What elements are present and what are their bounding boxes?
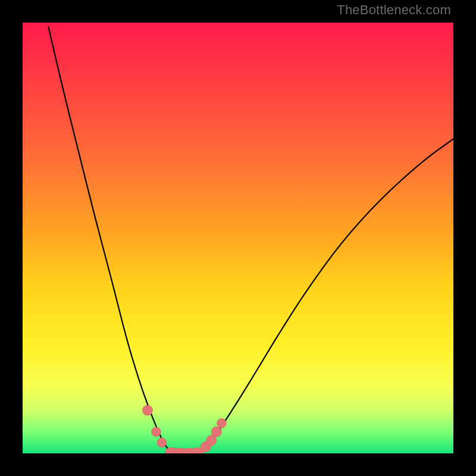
chart-frame: TheBottleneck.com [0, 0, 476, 476]
curve-beads [165, 447, 204, 453]
right-dot-4 [217, 418, 227, 428]
curve-layer [23, 23, 453, 453]
left-dot-2 [151, 427, 161, 437]
right-dot-3 [211, 427, 221, 437]
curve-markers [142, 405, 226, 452]
plot-area [23, 23, 453, 453]
bottleneck-curve [48, 27, 453, 452]
left-dot-3 [157, 438, 167, 447]
left-dot-1 [142, 405, 152, 415]
watermark-text: TheBottleneck.com [337, 2, 451, 18]
